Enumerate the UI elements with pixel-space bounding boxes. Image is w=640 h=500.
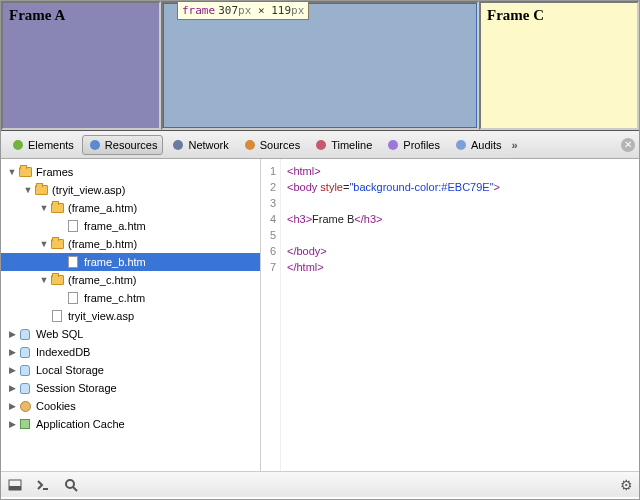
tab-label: Resources	[105, 139, 158, 151]
tree-item[interactable]: ▶Web SQL	[1, 325, 260, 343]
disclosure-triangle[interactable]: ▶	[7, 347, 17, 357]
svg-point-5	[388, 140, 398, 150]
frame-a-title: Frame A	[3, 3, 159, 28]
tab-resources[interactable]: Resources	[82, 135, 164, 155]
db-icon	[20, 383, 30, 394]
tab-timeline[interactable]: Timeline	[308, 135, 378, 155]
tree-item[interactable]: ▶Session Storage	[1, 379, 260, 397]
disclosure-triangle[interactable]: ▼	[23, 185, 33, 195]
disclosure-triangle[interactable]: ▼	[39, 203, 49, 213]
svg-line-11	[73, 487, 77, 491]
tree-item-label: IndexedDB	[36, 346, 90, 358]
settings-icon[interactable]: ⚙	[620, 477, 633, 493]
tree-item[interactable]: ▼(frame_a.htm)	[1, 199, 260, 217]
audits-icon	[454, 138, 468, 152]
tab-sources[interactable]: Sources	[237, 135, 306, 155]
tree-item-label: tryit_view.asp	[68, 310, 134, 322]
tree-item-label: (frame_a.htm)	[68, 202, 137, 214]
svg-point-1	[90, 140, 100, 150]
folder-icon	[51, 275, 64, 285]
file-icon	[68, 292, 78, 304]
tree-item-label: Application Cache	[36, 418, 125, 430]
disclosure-triangle[interactable]: ▼	[39, 275, 49, 285]
db-icon	[20, 347, 30, 358]
tree-item-label: Cookies	[36, 400, 76, 412]
svg-rect-8	[9, 486, 21, 490]
svg-point-0	[13, 140, 23, 150]
tab-profiles[interactable]: Profiles	[380, 135, 446, 155]
timeline-icon	[314, 138, 328, 152]
db-icon	[20, 365, 30, 376]
tree-item-label: Web SQL	[36, 328, 84, 340]
disclosure-triangle[interactable]: ▶	[7, 365, 17, 375]
source-view: 1234567 <html> <body style="background-c…	[261, 159, 639, 471]
folder-icon	[35, 185, 48, 195]
disclosure-triangle[interactable]: ▼	[7, 167, 17, 177]
tree-item[interactable]: ▶Local Storage	[1, 361, 260, 379]
status-bar: ⚙	[1, 471, 639, 497]
frame-c-title: Frame C	[481, 3, 637, 28]
folder-icon	[51, 239, 64, 249]
sources-icon	[243, 138, 257, 152]
svg-point-10	[66, 480, 74, 488]
disclosure-triangle[interactable]: ▶	[7, 383, 17, 393]
resource-tree[interactable]: ▼Frames▼(tryit_view.asp)▼(frame_a.htm)fr…	[1, 159, 261, 471]
elements-icon	[11, 138, 25, 152]
tree-item-label: frame_c.htm	[84, 292, 145, 304]
overflow-button[interactable]: »	[512, 139, 518, 151]
disclosure-triangle[interactable]: ▶	[7, 329, 17, 339]
tab-label: Elements	[28, 139, 74, 151]
disclosure-triangle[interactable]: ▶	[7, 419, 17, 429]
disclosure-triangle[interactable]: ▶	[7, 401, 17, 411]
tree-item[interactable]: frame_b.htm	[1, 253, 260, 271]
tree-item-label: Frames	[36, 166, 73, 178]
tab-elements[interactable]: Elements	[5, 135, 80, 155]
network-icon	[171, 138, 185, 152]
cache-icon	[20, 419, 30, 429]
folder-icon	[19, 167, 32, 177]
tree-item-label: frame_a.htm	[84, 220, 146, 232]
file-icon	[68, 256, 78, 268]
source-code: <html> <body style="background-color:#EB…	[281, 159, 500, 471]
cookie-icon	[20, 401, 31, 412]
close-icon[interactable]: ✕	[621, 138, 635, 152]
tree-item-label: (tryit_view.asp)	[52, 184, 125, 196]
svg-point-3	[245, 140, 255, 150]
tree-item[interactable]: ▼Frames	[1, 163, 260, 181]
tree-item[interactable]: ▶Cookies	[1, 397, 260, 415]
console-icon[interactable]	[35, 477, 51, 493]
tree-item-label: (frame_c.htm)	[68, 274, 136, 286]
file-icon	[52, 310, 62, 322]
dock-icon[interactable]	[7, 477, 23, 493]
frame-c: Frame C	[479, 1, 639, 130]
frame-b: frame 307px × 119px	[161, 1, 479, 130]
tree-item[interactable]: ▼(tryit_view.asp)	[1, 181, 260, 199]
tree-item[interactable]: ▶IndexedDB	[1, 343, 260, 361]
file-icon	[68, 220, 78, 232]
tab-label: Profiles	[403, 139, 440, 151]
tab-label: Timeline	[331, 139, 372, 151]
svg-point-4	[316, 140, 326, 150]
frame-a: Frame A	[1, 1, 161, 130]
search-icon[interactable]	[63, 477, 79, 493]
disclosure-triangle[interactable]: ▼	[39, 239, 49, 249]
svg-point-6	[456, 140, 466, 150]
db-icon	[20, 329, 30, 340]
tree-item[interactable]: ▼(frame_b.htm)	[1, 235, 260, 253]
inspect-tooltip: frame 307px × 119px	[177, 1, 309, 20]
tree-item[interactable]: ▼(frame_c.htm)	[1, 271, 260, 289]
resources-icon	[88, 138, 102, 152]
tree-item[interactable]: frame_c.htm	[1, 289, 260, 307]
tab-label: Sources	[260, 139, 300, 151]
tree-item[interactable]: frame_a.htm	[1, 217, 260, 235]
tab-network[interactable]: Network	[165, 135, 234, 155]
devtools-toolbar: ElementsResourcesNetworkSourcesTimelineP…	[1, 131, 639, 159]
tab-audits[interactable]: Audits	[448, 135, 508, 155]
tree-item-label: Session Storage	[36, 382, 117, 394]
tree-item-label: (frame_b.htm)	[68, 238, 137, 250]
tree-item[interactable]: ▶Application Cache	[1, 415, 260, 433]
profiles-icon	[386, 138, 400, 152]
folder-icon	[51, 203, 64, 213]
tree-item[interactable]: tryit_view.asp	[1, 307, 260, 325]
tree-item-label: frame_b.htm	[84, 256, 146, 268]
